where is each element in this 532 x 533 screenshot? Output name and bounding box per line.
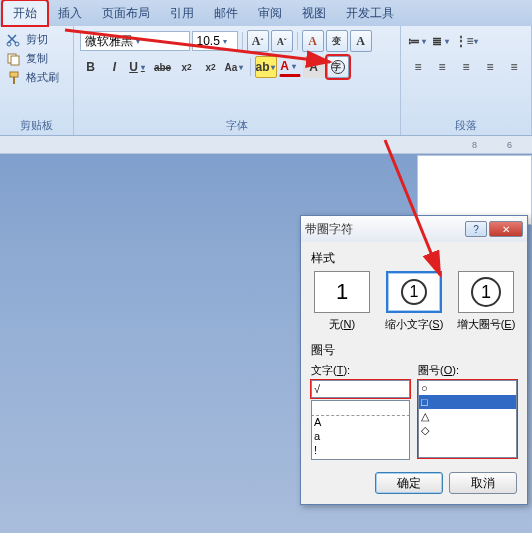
style-option-enlarge[interactable]: 1 增大圈号(E)	[455, 271, 517, 332]
enclose-characters-dialog: 带圈字符 ? ✕ 样式 1 无(N) 1 缩小文字(S) 1 增大圈号(E) 圈…	[300, 215, 528, 505]
dialog-titlebar[interactable]: 带圈字符 ? ✕	[301, 216, 527, 242]
scissors-icon	[6, 33, 22, 47]
brush-icon	[6, 71, 22, 85]
tab-view[interactable]: 视图	[292, 1, 336, 26]
cancel-button[interactable]: 取消	[449, 472, 517, 494]
list-item[interactable]: !	[312, 443, 409, 457]
text-listbox[interactable]: A a !	[311, 400, 410, 460]
multilevel-button[interactable]: ⋮≡▾	[455, 30, 477, 52]
enclosure-section-label: 圈号	[311, 342, 517, 359]
dialog-title: 带圈字符	[305, 221, 353, 238]
tab-references[interactable]: 引用	[160, 1, 204, 26]
align-right-button[interactable]: ≡	[455, 56, 477, 78]
highlight-button[interactable]: ab▾	[255, 56, 277, 78]
justify-button[interactable]: ≡	[479, 56, 501, 78]
font-color-button[interactable]: A▾	[279, 58, 301, 77]
distribute-button[interactable]: ≡	[503, 56, 525, 78]
list-item[interactable]: ◇	[419, 423, 516, 437]
list-item[interactable]: ○	[419, 381, 516, 395]
shape-field-label: 圈号(O):	[418, 363, 517, 378]
strikethrough-button[interactable]: abe	[152, 56, 174, 78]
ruler: 8 6	[0, 136, 532, 154]
group-font: 微软雅黑▾ 10.5▾ Aˆ Aˇ A 变 A B I U▾ abe x2 x2…	[74, 26, 401, 135]
list-item[interactable]	[312, 401, 409, 415]
font-name-combo[interactable]: 微软雅黑▾	[80, 31, 190, 51]
style-preview-shrink: 1	[386, 271, 442, 313]
clipboard-group-label: 剪贴板	[0, 118, 73, 133]
ok-button[interactable]: 确定	[375, 472, 443, 494]
svg-point-1	[15, 42, 19, 46]
font-size-combo[interactable]: 10.5▾	[192, 31, 238, 51]
group-paragraph: ≔▾ ≣▾ ⋮≡▾ ≡ ≡ ≡ ≡ ≡ 段落	[401, 26, 532, 135]
ruler-mark: 8	[472, 140, 477, 150]
format-painter-button[interactable]: 格式刷	[6, 70, 67, 85]
text-input[interactable]	[311, 380, 410, 398]
cut-button[interactable]: 剪切	[6, 30, 67, 49]
phonetic-guide-button[interactable]: 变	[326, 30, 348, 52]
ribbon-tabs: 开始 插入 页面布局 引用 邮件 审阅 视图 开发工具	[0, 0, 532, 26]
italic-button[interactable]: I	[104, 56, 126, 78]
list-item[interactable]: A	[312, 415, 409, 429]
copy-label: 复制	[26, 51, 48, 66]
char-shading-button[interactable]: A	[303, 56, 325, 78]
tab-page-layout[interactable]: 页面布局	[92, 1, 160, 26]
align-left-button[interactable]: ≡	[407, 56, 429, 78]
tab-review[interactable]: 审阅	[248, 1, 292, 26]
close-button[interactable]: ✕	[489, 221, 523, 237]
shape-listbox[interactable]: ○ □ △ ◇	[418, 380, 517, 458]
ruler-mark: 6	[507, 140, 512, 150]
paragraph-group-label: 段落	[401, 118, 531, 133]
list-item[interactable]: □	[419, 395, 516, 409]
help-button[interactable]: ?	[465, 221, 487, 237]
numbering-button[interactable]: ≣▾	[431, 30, 453, 52]
cut-label: 剪切	[26, 32, 48, 47]
svg-rect-5	[13, 77, 15, 84]
copy-button[interactable]: 复制	[6, 49, 67, 68]
grow-font-button[interactable]: Aˆ	[247, 30, 269, 52]
tab-mailings[interactable]: 邮件	[204, 1, 248, 26]
style-preview-none: 1	[314, 271, 370, 313]
style-preview-enlarge: 1	[458, 271, 514, 313]
tab-developer[interactable]: 开发工具	[336, 1, 404, 26]
group-clipboard: 剪切 复制 格式刷 剪贴板	[0, 26, 74, 135]
subscript-button[interactable]: x2	[176, 56, 198, 78]
enclose-characters-button[interactable]: 字	[327, 56, 349, 78]
clear-formatting-button[interactable]: A	[302, 30, 324, 52]
style-option-shrink[interactable]: 1 缩小文字(S)	[383, 271, 445, 332]
align-center-button[interactable]: ≡	[431, 56, 453, 78]
bold-button[interactable]: B	[80, 56, 102, 78]
underline-button[interactable]: U▾	[128, 56, 150, 78]
tab-insert[interactable]: 插入	[48, 1, 92, 26]
list-item[interactable]: △	[419, 409, 516, 423]
superscript-button[interactable]: x2	[200, 56, 222, 78]
change-case-button[interactable]: Aa▾	[224, 56, 246, 78]
style-section-label: 样式	[311, 250, 517, 267]
svg-rect-4	[10, 72, 18, 77]
font-group-label: 字体	[74, 118, 400, 133]
style-option-none[interactable]: 1 无(N)	[311, 271, 373, 332]
svg-rect-3	[11, 56, 19, 65]
tab-home[interactable]: 开始	[2, 0, 48, 26]
copy-icon	[6, 52, 22, 66]
text-field-label: 文字(T):	[311, 363, 410, 378]
ribbon: 剪切 复制 格式刷 剪贴板 微软雅黑▾ 10.5▾ Aˆ Aˇ A 变 A	[0, 26, 532, 136]
list-item[interactable]: a	[312, 429, 409, 443]
bullets-button[interactable]: ≔▾	[407, 30, 429, 52]
format-painter-label: 格式刷	[26, 70, 59, 85]
shrink-font-button[interactable]: Aˇ	[271, 30, 293, 52]
character-border-button[interactable]: A	[350, 30, 372, 52]
